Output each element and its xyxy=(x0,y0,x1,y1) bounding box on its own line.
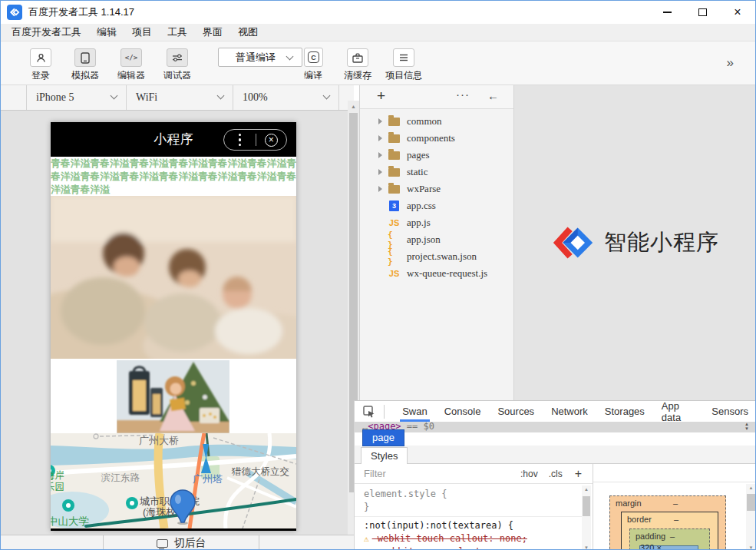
tab-sources[interactable]: Sources xyxy=(489,401,543,422)
tree-item-wx-queue-request[interactable]: JSwx-queue-request.js xyxy=(360,265,513,282)
brand-text: 智能小程序 xyxy=(604,227,719,258)
tab-styles[interactable]: Styles xyxy=(361,447,408,466)
device-select[interactable]: iPhone 5 xyxy=(26,85,126,110)
debugger-toggle[interactable] xyxy=(167,48,188,67)
menu-item-edit[interactable]: 编辑 xyxy=(89,25,124,39)
elements-scrollbar[interactable]: ▲▼ xyxy=(743,422,751,432)
tabbar-divider xyxy=(384,405,385,419)
elements-selected-row[interactable]: …<page> == $0 xyxy=(355,422,756,432)
tree-item-pages[interactable]: pages xyxy=(360,147,513,164)
login-button[interactable] xyxy=(30,48,51,67)
tree-item-app-json[interactable]: { }app.json xyxy=(360,231,513,248)
zoom-select[interactable]: 100% xyxy=(233,85,338,110)
tab-swan[interactable]: Swan xyxy=(394,401,436,422)
simulator-workspace: 小程序 × 青春洋溢青春洋溢青春洋溢青春洋溢青春洋溢青春洋溢青春洋溢青春洋溢青春… xyxy=(1,111,348,535)
scrollbar-thumb[interactable] xyxy=(583,496,590,516)
tree-item-wxparse[interactable]: wxParse xyxy=(360,181,513,197)
device-bar: iPhone 5 WiFi 100% xyxy=(1,85,354,111)
map-label-interchange: 猎德大桥立交 xyxy=(232,466,289,479)
tree-item-static[interactable]: static xyxy=(360,164,513,181)
invalid-property[interactable]: -webkit-user-select: none; xyxy=(375,545,520,550)
tab-network[interactable]: Network xyxy=(543,401,596,422)
smart-program-logo-icon xyxy=(552,225,593,260)
menubar: 百度开发者工具 编辑 项目 工具 界面 视图 xyxy=(1,24,755,41)
screen-bottom-strip xyxy=(51,528,296,531)
menu-item-main[interactable]: 百度开发者工具 xyxy=(4,25,89,39)
maximize-button[interactable] xyxy=(685,1,720,24)
expand-caret-icon[interactable] xyxy=(378,169,382,175)
tree-item-project-swan-json[interactable]: { }project.swan.json xyxy=(360,248,513,265)
compile-icon: C xyxy=(308,51,319,63)
tree-item-app-js[interactable]: JSapp.js xyxy=(360,214,513,231)
menu-item-interface[interactable]: 界面 xyxy=(195,25,230,39)
editor-toggle[interactable]: </> xyxy=(120,48,142,67)
phone-screen: 小程序 × 青春洋溢青春洋溢青春洋溢青春洋溢青春洋溢青春洋溢青春洋溢青春洋溢青春… xyxy=(51,122,296,531)
folder-icon xyxy=(388,118,400,126)
folder-icon xyxy=(388,168,400,177)
tree-item-app-css[interactable]: 3app.css xyxy=(360,197,513,214)
devtools-panel: Swan Console Sources Network Storages Ap… xyxy=(354,400,756,550)
invalid-property[interactable]: -webkit-touch-callout: none; xyxy=(372,532,527,545)
menu-item-tools[interactable]: 工具 xyxy=(160,25,195,39)
clear-cache-label: 清缓存 xyxy=(344,69,371,82)
element-style-rule-open[interactable]: element.style { xyxy=(364,488,582,501)
add-file-button[interactable]: + xyxy=(377,88,385,104)
more-menu-button[interactable] xyxy=(224,134,256,146)
simulator-toggle[interactable] xyxy=(74,48,96,67)
css-file-icon: 3 xyxy=(389,200,399,211)
menu-item-project[interactable]: 项目 xyxy=(124,25,160,39)
expand-caret-icon[interactable] xyxy=(378,186,382,192)
collapse-panel-button[interactable]: ← xyxy=(487,89,499,102)
tab-storages[interactable]: Storages xyxy=(596,401,653,422)
box-model-scrollbar[interactable]: ▲ ▼ xyxy=(746,484,756,550)
map-view[interactable]: 广州大桥 滨江东路 广州塔 猎德大桥立交 城市职业学院 (海珠校区) 中山大学 … xyxy=(51,433,296,528)
tab-console[interactable]: Console xyxy=(436,401,490,422)
editor-label: 编辑器 xyxy=(117,69,145,82)
phone-icon xyxy=(81,52,90,64)
switch-background-button[interactable]: 切后台 xyxy=(103,535,259,550)
tree-item-components[interactable]: components xyxy=(360,130,513,147)
clear-cache-button[interactable] xyxy=(347,48,368,67)
styles-filter-input[interactable] xyxy=(364,468,456,479)
style-property-row[interactable]: -webkit-user-select: none; xyxy=(364,545,582,550)
toggle-hover-button[interactable]: :hov xyxy=(520,469,538,479)
toggle-class-button[interactable]: .cls xyxy=(549,469,563,479)
project-info-button[interactable] xyxy=(393,48,414,67)
close-app-button[interactable]: × xyxy=(256,134,286,147)
minimize-button[interactable] xyxy=(649,1,685,24)
folder-icon xyxy=(388,185,400,194)
new-style-rule-button[interactable]: + xyxy=(575,467,582,481)
maximize-icon xyxy=(698,8,707,16)
toolbar-overflow-button[interactable]: » xyxy=(727,55,734,71)
expand-caret-icon[interactable] xyxy=(378,152,382,158)
compile-mode-select[interactable]: 普通编译 xyxy=(218,48,302,67)
monitor-icon xyxy=(157,539,168,548)
inspect-element-button[interactable] xyxy=(362,404,376,419)
menu-item-view[interactable]: 视图 xyxy=(230,25,266,39)
expand-caret-icon[interactable] xyxy=(378,118,382,124)
json-file-icon: { } xyxy=(388,247,401,267)
close-button[interactable]: × xyxy=(720,1,755,24)
tree-item-common[interactable]: common xyxy=(360,113,513,130)
titlebar: 百度开发者工具 1.14.17 × xyxy=(1,1,755,24)
scroll-up-icon[interactable]: ▲ xyxy=(348,101,359,109)
miniprogram-header: 小程序 × xyxy=(51,122,296,157)
map-label-university: 中山大学 xyxy=(51,515,89,528)
minimize-icon xyxy=(663,12,672,13)
compile-button[interactable]: C xyxy=(304,48,323,67)
app-logo-icon xyxy=(7,5,22,20)
person-icon xyxy=(36,53,46,63)
network-select[interactable]: WiFi xyxy=(126,85,233,110)
chevron-down-icon xyxy=(217,92,225,100)
styles-filter-row: :hov .cls + xyxy=(355,464,593,484)
tab-sensors[interactable]: Sensors xyxy=(703,401,756,422)
window-title: 百度开发者工具 1.14.17 xyxy=(28,5,134,19)
expand-caret-icon[interactable] xyxy=(378,135,382,141)
element-style-rule-close[interactable]: } xyxy=(364,501,582,514)
style-property-row[interactable]: ⚠ -webkit-touch-callout: none; xyxy=(364,532,582,545)
file-panel-more-button[interactable]: ··· xyxy=(456,88,470,101)
styles-scrollbar[interactable]: ▲ ▼ xyxy=(582,485,591,550)
scrollbar-thumb[interactable] xyxy=(747,494,755,511)
tab-app-data[interactable]: App data xyxy=(653,401,703,422)
rule-selector[interactable]: :not(input):not(textarea) { xyxy=(364,519,582,532)
